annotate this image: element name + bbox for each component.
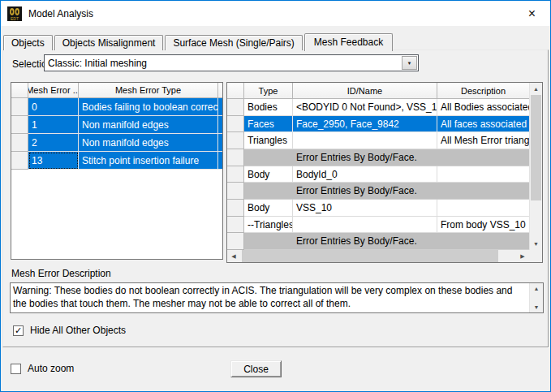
tab-surface-mesh-single-pairs[interactable]: Surface Mesh (Single/Pairs) — [165, 35, 302, 50]
column-header-filler — [218, 83, 222, 98]
row-header-cell[interactable] — [227, 200, 244, 217]
detail-row[interactable]: Error Entries By Body/Face. — [227, 233, 529, 250]
row-header-cell[interactable] — [227, 116, 244, 133]
scroll-down-button[interactable]: ▼ — [530, 238, 542, 250]
detail-row[interactable]: Error Entries By Body/Face. — [227, 183, 529, 200]
detail-row[interactable]: Error Entries By Body/Face. — [227, 149, 529, 166]
model-analysis-dialog: EDT Model Analysis × ObjectsObjects Misa… — [0, 0, 551, 392]
tab-objects-misalignment[interactable]: Objects Misalignment — [54, 35, 164, 50]
detail-id-name-cell[interactable]: <BODYID 0 Not Found>, VSS_10,... — [293, 99, 437, 116]
row-header-cell[interactable] — [11, 134, 28, 152]
detail-id-name-cell[interactable]: BodyId_0 — [293, 166, 437, 183]
selection-combobox[interactable]: Classic: Initial meshing ▼ — [44, 54, 419, 71]
select-all-corner-cell[interactable] — [11, 83, 28, 98]
row-header-cell[interactable] — [227, 149, 244, 166]
horizontal-scrollbar[interactable]: ◀ ▶ — [227, 250, 529, 262]
error-detail-header: Type ID/Name Description — [227, 83, 529, 99]
detail-row[interactable]: FacesFace_2950, Face_9842All faces assoc… — [227, 116, 529, 133]
vertical-scrollbar-thumb[interactable] — [531, 95, 541, 200]
detail-type-cell[interactable]: Faces — [244, 116, 293, 133]
title-bar[interactable]: EDT Model Analysis × — [1, 1, 550, 26]
tab-mesh-feedback[interactable]: Mesh Feedback — [304, 33, 393, 51]
mesh-error-type-cell[interactable]: Stitch point insertion failure — [79, 152, 218, 170]
mesh-error-id-cell[interactable]: 1 — [28, 116, 79, 134]
auto-zoom-checkbox-row[interactable]: Auto zoom — [11, 363, 74, 374]
detail-row[interactable]: Bodies<BODYID 0 Not Found>, VSS_10,...Al… — [227, 99, 529, 116]
detail-row[interactable]: BodyBodyId_0 — [227, 166, 529, 183]
mesh-error-row[interactable]: 0Bodies failing to boolean correctly — [11, 98, 222, 116]
row-header-cell[interactable] — [11, 152, 28, 170]
tab-label: Objects Misalignment — [62, 37, 156, 49]
hide-all-other-objects-checkbox-row[interactable]: ✓ Hide All Other Objects — [13, 325, 126, 336]
detail-row[interactable]: BodyVSS_10 — [227, 200, 529, 217]
row-header-cell[interactable] — [11, 98, 28, 116]
mesh-error-table: Mesh Error ... Mesh Error Type 0Bodies f… — [11, 82, 223, 260]
detail-description-cell[interactable]: All faces associated .. — [437, 116, 529, 133]
row-header-cell[interactable] — [11, 116, 28, 134]
detail-id-name-cell[interactable]: Face_2950, Face_9842 — [293, 116, 437, 133]
column-header-description[interactable]: Description — [437, 83, 529, 99]
detail-row[interactable]: TrianglesAll Mesh Error triangle. — [227, 132, 529, 149]
scroll-left-button[interactable]: ◀ — [227, 250, 240, 262]
detail-type-cell[interactable]: Bodies — [244, 99, 293, 116]
scroll-up-button[interactable]: ▲ — [530, 83, 542, 95]
mesh-error-row[interactable]: 13Stitch point insertion failure — [11, 152, 222, 170]
mesh-error-description-text: Warning: These bodies do not boolean cor… — [13, 284, 525, 310]
mesh-error-id-cell[interactable]: 0 — [28, 98, 79, 116]
detail-type-cell[interactable]: Body — [244, 200, 293, 217]
scroll-down-button[interactable]: ▼ — [530, 302, 543, 312]
mesh-error-type-cell[interactable]: Non manifold edges — [79, 134, 218, 152]
tab-objects[interactable]: Objects — [3, 35, 53, 50]
horizontal-scrollbar-track[interactable] — [240, 250, 516, 262]
error-detail-rows: Bodies<BODYID 0 Not Found>, VSS_10,...Al… — [227, 99, 529, 250]
column-header-mesh-error-id[interactable]: Mesh Error ... — [28, 83, 79, 98]
detail-id-name-cell[interactable] — [293, 132, 437, 149]
scroll-up-button[interactable]: ▲ — [530, 283, 543, 294]
mesh-error-id-cell[interactable]: 13 — [28, 152, 79, 170]
combo-dropdown-button[interactable]: ▼ — [402, 56, 417, 70]
row-header-cell[interactable] — [227, 132, 244, 149]
description-scrollbar[interactable]: ▲ ▼ — [529, 283, 543, 312]
select-all-corner-cell[interactable] — [227, 83, 244, 99]
mesh-error-type-cell[interactable]: Non manifold edges — [79, 116, 218, 134]
filler-cell — [218, 134, 222, 152]
detail-id-name-cell[interactable]: VSS_10 — [293, 200, 437, 217]
detail-type-cell[interactable]: Body — [244, 166, 293, 183]
scroll-right-button[interactable]: ▶ — [516, 250, 529, 262]
scroll-up-icon: ▲ — [533, 86, 539, 92]
hide-all-other-objects-label: Hide All Other Objects — [30, 325, 126, 336]
detail-type-cell[interactable]: Triangles — [244, 132, 293, 149]
filler-cell — [218, 98, 222, 116]
mesh-error-row[interactable]: 2Non manifold edges — [11, 134, 222, 152]
mesh-error-type-cell[interactable]: Bodies failing to boolean correctly — [79, 98, 218, 116]
close-button[interactable]: Close — [230, 360, 282, 377]
row-header-cell[interactable] — [227, 99, 244, 116]
selection-combobox-value: Classic: Initial meshing — [45, 55, 401, 71]
mesh-error-description-label: Mesh Error Description — [11, 268, 111, 279]
filler-cell — [218, 152, 222, 170]
mesh-error-row[interactable]: 1Non manifold edges — [11, 116, 222, 134]
hide-all-other-objects-checkbox[interactable]: ✓ — [13, 325, 24, 336]
row-header-cell[interactable] — [227, 233, 244, 250]
column-header-mesh-error-type[interactable]: Mesh Error Type — [79, 83, 218, 98]
detail-description-cell[interactable]: All Bodies associated — [437, 99, 529, 116]
horizontal-scrollbar-thumb[interactable] — [242, 250, 498, 262]
vertical-scrollbar[interactable]: ▲ ▼ — [529, 83, 542, 250]
row-header-cell[interactable] — [227, 183, 244, 200]
auto-zoom-checkbox[interactable] — [11, 364, 21, 374]
column-header-id-name[interactable]: ID/Name — [293, 83, 437, 99]
mesh-error-id-cell[interactable]: 2 — [28, 134, 79, 152]
row-header-cell[interactable] — [227, 166, 244, 183]
detail-description-cell[interactable] — [437, 200, 529, 217]
detail-row[interactable]: --TrianglesFrom body VSS_10 — [227, 217, 529, 234]
column-header-type[interactable]: Type — [244, 83, 293, 99]
detail-description-cell[interactable]: All Mesh Error triangle. — [437, 132, 529, 149]
window-close-button[interactable]: × — [514, 1, 550, 26]
mesh-error-description-box[interactable]: Warning: These bodies do not boolean cor… — [10, 282, 544, 313]
scroll-right-icon: ▶ — [520, 253, 524, 260]
detail-id-name-cell[interactable] — [293, 217, 437, 234]
detail-type-cell[interactable]: --Triangles — [244, 217, 293, 234]
row-header-cell[interactable] — [227, 217, 244, 234]
detail-description-cell[interactable] — [437, 166, 529, 183]
detail-description-cell[interactable]: From body VSS_10 — [437, 217, 529, 234]
